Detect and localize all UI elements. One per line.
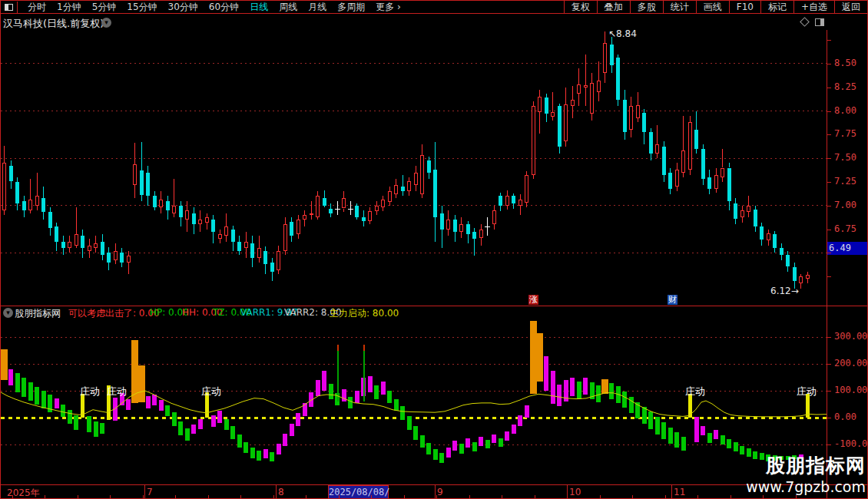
candle-wick — [481, 238, 482, 246]
toolbar-item-更多 ›[interactable]: 更多 › — [370, 1, 406, 14]
candle-wick — [683, 116, 684, 151]
candle-wick — [246, 248, 247, 257]
candle-wick — [363, 221, 364, 226]
candle-down — [323, 198, 326, 206]
price-axis-label: 6.75 — [834, 223, 856, 234]
candle-wick — [657, 125, 658, 144]
toolbar-item-多周期[interactable]: 多周期 — [332, 1, 370, 14]
candle-wick — [748, 196, 749, 205]
price-axis-label: 8.00 — [834, 105, 856, 116]
toolbar-item-+自选[interactable]: +自选 — [793, 1, 834, 14]
split-panel-icon[interactable] — [5, 4, 13, 11]
candle-wick — [664, 175, 664, 182]
candle-down — [662, 147, 666, 175]
candlestick-chart[interactable]: ↖8.846.12→涨财 — [1, 30, 827, 306]
toolbar-item-15分钟[interactable]: 15分钟 — [121, 1, 162, 14]
candle-wick — [507, 190, 508, 196]
toolbar-item-返回[interactable]: 返回 — [834, 1, 867, 14]
candle-up — [388, 191, 392, 202]
indicator-signal-label: 可以考虑出击了: 0.00 — [68, 307, 160, 320]
chevron-down-circle-icon[interactable]: ▾ — [3, 308, 13, 318]
candle-down — [140, 170, 144, 195]
candle-wick — [748, 212, 749, 216]
diamond-icon[interactable] — [800, 17, 810, 27]
candle-up — [127, 256, 131, 263]
toolbar-item-日线[interactable]: 日线 — [244, 1, 273, 14]
candle-wick — [291, 236, 292, 241]
candle-wick — [161, 207, 161, 213]
candle-wick — [324, 206, 325, 207]
chevron-down-circle-icon[interactable]: ▾ — [101, 18, 111, 28]
candle-up — [114, 251, 118, 260]
candle-wick — [43, 212, 44, 220]
watermark-url: www.7gpzb.com — [746, 478, 866, 495]
candle-down — [211, 220, 215, 232]
candle-down — [15, 182, 19, 203]
axis-tick — [827, 391, 831, 392]
candle-up — [551, 112, 555, 117]
candle-down — [642, 113, 646, 132]
candle-wick — [167, 210, 168, 220]
axis-tick — [827, 253, 831, 253]
candle-wick — [416, 185, 416, 192]
candle-wick — [343, 209, 344, 213]
candle-down — [61, 242, 65, 249]
toolbar-item-周线[interactable]: 周线 — [273, 1, 303, 14]
toolbar-item-多股[interactable]: 多股 — [630, 1, 663, 14]
candle-wick — [134, 185, 135, 198]
candle-up — [88, 246, 91, 251]
split-panel-icon[interactable] — [815, 18, 824, 26]
candle-wick — [696, 149, 697, 154]
candle-wick — [403, 175, 403, 187]
candle-down — [649, 132, 653, 154]
candle-up — [636, 105, 640, 118]
candle-up — [205, 217, 209, 223]
candle-wick — [147, 196, 148, 205]
candle-down — [192, 213, 196, 225]
candle-wick — [30, 210, 31, 213]
toolbar-item-叠加[interactable]: 叠加 — [597, 1, 630, 14]
candle-wick — [4, 146, 5, 163]
candle-wick — [389, 202, 390, 206]
axis-tick — [827, 276, 831, 277]
candle-up — [368, 211, 372, 220]
candle-down — [760, 226, 764, 240]
toolbar-item-统计[interactable]: 统计 — [663, 1, 696, 14]
indicator-chart[interactable]: 庄动庄动庄动庄动庄动 — [1, 319, 827, 484]
candle-wick — [239, 236, 240, 241]
toolbar-item-标记[interactable]: 标记 — [760, 1, 793, 14]
candle-down — [558, 106, 562, 147]
candle-wick — [24, 210, 25, 217]
candle-wick — [239, 251, 240, 255]
price-axis-label: 7.75 — [834, 128, 856, 139]
candle-wick — [572, 86, 573, 99]
candle-wick — [539, 112, 540, 134]
toolbar-item-5分钟[interactable]: 5分钟 — [87, 1, 122, 14]
toolbar-divider — [17, 2, 18, 13]
candle-wick — [735, 219, 736, 224]
candle-up — [564, 104, 568, 141]
candle-down — [499, 196, 502, 205]
watermark-site-name: 股朋指标网 — [766, 453, 866, 478]
candle-wick — [605, 73, 605, 82]
candle-wick — [69, 236, 70, 241]
candle-wick — [383, 207, 383, 211]
axis-separator — [827, 30, 827, 499]
axis-tick — [827, 134, 831, 135]
toolbar-item-画线[interactable]: 画线 — [696, 1, 729, 14]
month-boundary — [435, 485, 436, 498]
toolbar-item-30分钟[interactable]: 30分钟 — [163, 1, 204, 14]
candle-wick — [761, 240, 762, 245]
candle-wick — [664, 141, 664, 147]
toolbar-item-复权[interactable]: 复权 — [564, 1, 597, 14]
candle-up — [518, 200, 522, 205]
candle-wick — [56, 242, 57, 251]
toolbar-item-60分钟[interactable]: 60分钟 — [204, 1, 244, 14]
toolbar-item-1分钟[interactable]: 1分钟 — [51, 1, 87, 14]
indicator-value: 主力启动: 80.00 — [330, 307, 399, 320]
toolbar-item-F10[interactable]: F10 — [729, 1, 760, 14]
toolbar-item-月线[interactable]: 月线 — [303, 1, 332, 14]
candle-down — [107, 253, 111, 262]
candle-wick — [43, 187, 44, 198]
toolbar-item-分时[interactable]: 分时 — [22, 1, 51, 14]
